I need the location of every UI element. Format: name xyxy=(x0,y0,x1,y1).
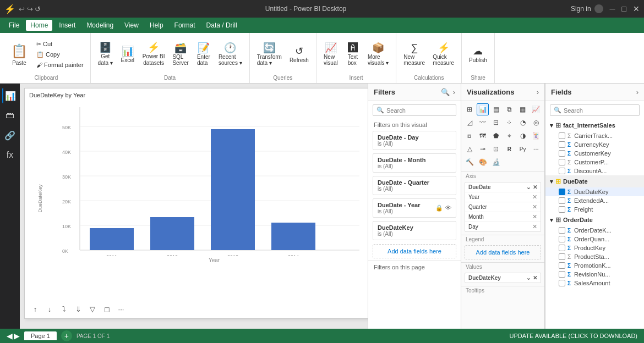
paste-button[interactable]: 📋 Paste xyxy=(7,41,32,68)
viz-donut-icon[interactable]: ◎ xyxy=(530,117,542,129)
legend-add-data-button[interactable]: Add data fields here xyxy=(465,245,541,259)
menu-data-drill[interactable]: Data / Drill xyxy=(202,20,242,31)
viz-python-icon[interactable]: Py xyxy=(517,143,529,155)
values-remove-icon[interactable]: ✕ xyxy=(533,275,537,281)
field-discount-a[interactable]: Σ DiscountA... xyxy=(545,167,644,175)
enter-data-button[interactable]: 📝 Enterdata xyxy=(194,41,214,68)
viz-bar-chart-icon[interactable]: 📊 xyxy=(477,103,489,115)
axis-expand-icon[interactable]: ⌄ xyxy=(526,184,531,190)
axis-remove-icon[interactable]: ✕ xyxy=(533,184,537,190)
cut-button[interactable]: ✂ Cut xyxy=(34,40,86,49)
expand-all-button[interactable]: ⤵ xyxy=(58,303,70,315)
filter-item-3[interactable]: DueDate - Year is (All) 🔒 👁 xyxy=(373,198,456,218)
filter-expand-icon[interactable]: › xyxy=(453,88,455,96)
field-product-sta[interactable]: Σ ProductSta... xyxy=(545,252,644,261)
viz-scatter-icon[interactable]: ⁘ xyxy=(503,117,515,129)
excel-button[interactable]: 📊 Excel xyxy=(118,45,138,65)
filter-lock-icon[interactable]: 🔒 xyxy=(435,204,443,212)
transform-data-button[interactable]: 🔄 Transformdata ▾ xyxy=(254,41,285,68)
spotlight-button[interactable]: ◻ xyxy=(101,303,113,315)
viz-slicer-icon[interactable]: ⊸ xyxy=(477,143,489,155)
add-page-button[interactable]: + xyxy=(61,330,72,341)
viz-map-icon[interactable]: 🗺 xyxy=(477,130,489,142)
viz-analytics-icon[interactable]: 🔬 xyxy=(490,156,502,168)
filters-add-data-button[interactable]: Add data fields here xyxy=(373,244,456,258)
fields-search-box[interactable]: 🔍 xyxy=(550,104,640,116)
viz-table-icon[interactable]: ⊞ xyxy=(463,103,476,115)
sign-in-area[interactable]: Sign in xyxy=(571,4,603,13)
filter-eye-icon[interactable]: 👁 xyxy=(445,204,451,212)
close-button[interactable]: ✕ xyxy=(633,4,640,13)
recent-sources-button[interactable]: 🕐 Recentsources ▾ xyxy=(216,41,245,68)
field-order-date-k[interactable]: Σ OrderDateK... xyxy=(545,226,644,235)
axis-field-header[interactable]: DueDate ⌄ ✕ xyxy=(465,182,541,192)
viz-area-chart-icon[interactable]: ◿ xyxy=(463,117,476,129)
table-duedate[interactable]: ▾ ⊞ DueDate xyxy=(545,175,644,187)
field-promotion-k[interactable]: Σ PromotionK... xyxy=(545,261,644,270)
field-sales-amount[interactable]: Σ SalesAmount xyxy=(545,279,644,287)
viz-expand-icon[interactable]: › xyxy=(537,88,539,96)
filters-search-box[interactable]: 🔍 xyxy=(373,104,456,116)
viz-matrix-icon[interactable]: ⊡ xyxy=(490,143,502,155)
viz-waterfall-icon[interactable]: ⊟ xyxy=(490,117,502,129)
filter-item-1[interactable]: DueDate - Month is (All) xyxy=(373,153,456,173)
fields-search-input[interactable] xyxy=(564,107,636,114)
filter-item-2[interactable]: DueDate - Quarter is (All) xyxy=(373,176,456,195)
viz-treemap-icon[interactable]: ⧈ xyxy=(463,130,476,142)
menu-view[interactable]: View xyxy=(120,20,143,31)
page-prev-icon[interactable]: ◀ xyxy=(7,331,13,340)
new-visual-button[interactable]: 📈 Newvisual xyxy=(321,41,341,68)
page-tab-1[interactable]: Page 1 xyxy=(24,331,57,340)
maximize-button[interactable]: □ xyxy=(622,4,626,13)
viz-filled-map-icon[interactable]: ⬟ xyxy=(490,130,502,142)
report-view-icon[interactable]: 📊 xyxy=(2,88,18,103)
text-box-button[interactable]: 🅰 Textbox xyxy=(343,41,363,68)
data-view-icon[interactable]: 🗃 xyxy=(2,108,18,123)
dax-icon[interactable]: fx xyxy=(2,147,18,163)
viz-more-icon[interactable]: ··· xyxy=(530,143,542,155)
field-revision-nu[interactable]: Σ RevisionNu... xyxy=(545,270,644,279)
viz-gauge-icon[interactable]: ◑ xyxy=(517,130,529,142)
axis-item-year-remove[interactable]: ✕ xyxy=(532,193,537,201)
fields-expand-icon[interactable]: › xyxy=(636,88,638,96)
minimize-button[interactable]: ─ xyxy=(610,4,615,13)
viz-funnel-icon[interactable]: ⌖ xyxy=(503,130,515,142)
menu-insert[interactable]: Insert xyxy=(54,20,80,31)
viz-line-chart-icon[interactable]: 📈 xyxy=(530,103,542,115)
field-product-key[interactable]: Σ ProductKey xyxy=(545,244,644,252)
viz-100pct-bar-icon[interactable]: ▦ xyxy=(517,103,529,115)
table-fact-internetsales[interactable]: ▾ ⊞ fact_InternetSales xyxy=(545,119,644,131)
field-extended-a[interactable]: Σ ExtendedA... xyxy=(545,196,644,205)
viz-format-icon[interactable]: 🎨 xyxy=(477,156,489,168)
viz-kpi-icon[interactable]: △ xyxy=(463,143,476,155)
filter-search-icon[interactable]: 🔍 xyxy=(441,88,450,96)
viz-ribbon-icon[interactable]: 〰 xyxy=(477,117,489,129)
filter-button[interactable]: ▽ xyxy=(86,303,99,315)
viz-pie-icon[interactable]: ◔ xyxy=(517,117,529,129)
go-to-next-level-button[interactable]: ⇓ xyxy=(72,303,84,315)
filter-item-4[interactable]: DueDateKey is (All) xyxy=(373,221,456,240)
table-orderdate[interactable]: ▾ ⊞ OrderDate xyxy=(545,214,644,226)
drill-up-button[interactable]: ↑ xyxy=(29,303,41,315)
menu-file[interactable]: File xyxy=(4,20,24,31)
quick-measure-button[interactable]: ⚡ Quickmeasure xyxy=(430,41,457,68)
refresh-button[interactable]: ↺ Refresh xyxy=(287,45,312,65)
menu-modeling[interactable]: Modeling xyxy=(82,20,118,31)
publish-button[interactable]: ☁ Publish xyxy=(466,45,490,65)
report-canvas[interactable]: DueDateKey by Year DueDateKey 0K 10K 20K… xyxy=(24,88,368,319)
copy-button[interactable]: 📋 Copy xyxy=(34,50,86,59)
viz-card-icon[interactable]: 🃏 xyxy=(530,130,542,142)
filters-search-input[interactable] xyxy=(386,107,452,114)
values-expand-icon[interactable]: ⌄ xyxy=(526,275,531,281)
axis-item-day-remove[interactable]: ✕ xyxy=(532,223,537,230)
values-field-header[interactable]: DueDateKey ⌄ ✕ xyxy=(465,273,541,283)
viz-stacked-bar-icon[interactable]: ▤ xyxy=(490,103,502,115)
viz-build-icon[interactable]: 🔨 xyxy=(463,156,476,168)
page-next-icon[interactable]: ▶ xyxy=(14,331,20,340)
model-view-icon[interactable]: 🔗 xyxy=(2,128,18,143)
field-freight[interactable]: Σ Freight xyxy=(545,205,644,214)
update-available[interactable]: UPDATE AVAILABLE (CLICK TO DOWNLOAD) xyxy=(510,333,637,339)
more-options-button[interactable]: ··· xyxy=(115,303,127,315)
drill-down-button[interactable]: ↓ xyxy=(43,303,56,315)
power-bi-datasets-button[interactable]: ⚡ Power BIdatasets xyxy=(140,41,168,68)
